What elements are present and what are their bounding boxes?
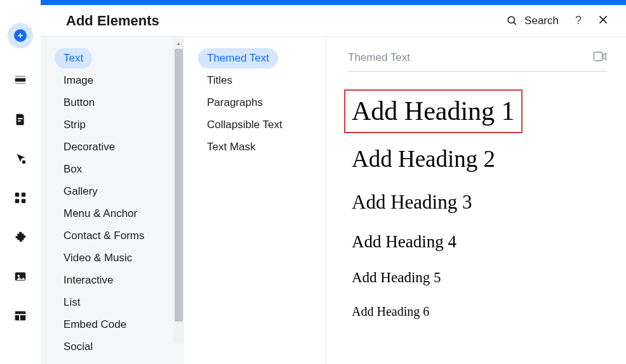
category-social[interactable]: Social [55, 337, 102, 357]
video-tutorial-button[interactable] [593, 51, 607, 65]
preview-column: Themed Text Add Heading 1 Add Heading 2 … [326, 37, 626, 364]
plugin-icon[interactable] [13, 230, 28, 245]
panel-title: Add Elements [66, 13, 159, 29]
category-column: ▴ Text Image Button Strip Decorative Box… [41, 37, 184, 364]
subcategory-titles[interactable]: Titles [198, 70, 241, 91]
panel-body: ▴ Text Image Button Strip Decorative Box… [41, 36, 626, 364]
svg-rect-4 [18, 120, 21, 122]
svg-rect-1 [15, 76, 26, 77]
svg-point-5 [22, 160, 26, 164]
category-list[interactable]: List [55, 292, 89, 313]
search-button[interactable]: Search [506, 15, 559, 27]
category-contact-forms[interactable]: Contact & Forms [55, 226, 154, 246]
heading-6-preview[interactable]: Add Heading 6 [348, 302, 433, 321]
heading-5-preview[interactable]: Add Heading 5 [348, 268, 445, 289]
subcategory-text-mask[interactable]: Text Mask [198, 137, 265, 157]
section-icon[interactable] [13, 72, 28, 88]
heading-4-preview[interactable]: Add Heading 4 [348, 230, 460, 254]
category-decorative[interactable]: Decorative [55, 137, 124, 157]
top-accent-bar [41, 0, 626, 5]
layout-icon[interactable] [13, 308, 28, 323]
svg-rect-20 [594, 52, 603, 61]
category-strip[interactable]: Strip [55, 115, 95, 135]
left-rail: + [0, 0, 41, 364]
subcategory-paragraphs[interactable]: Paragraphs [198, 93, 272, 113]
scrollbar-arrow-up-icon[interactable]: ▴ [173, 39, 184, 48]
svg-line-17 [514, 22, 516, 25]
subcategory-collapsible-text[interactable]: Collapsible Text [198, 115, 291, 135]
preview-title: Themed Text [348, 51, 410, 64]
video-icon [593, 51, 607, 62]
heading-1-preview[interactable]: Add Heading 1 [348, 93, 519, 129]
category-image[interactable]: Image [55, 70, 102, 91]
close-icon [598, 15, 608, 25]
design-icon[interactable] [13, 151, 28, 166]
svg-rect-13 [15, 311, 26, 315]
heading-3-preview[interactable]: Add Heading 3 [348, 189, 476, 216]
svg-rect-2 [15, 83, 26, 84]
search-icon [506, 15, 518, 27]
svg-rect-9 [22, 199, 25, 203]
apps-icon[interactable] [13, 190, 28, 205]
category-text[interactable]: Text [55, 48, 92, 68]
category-box[interactable]: Box [55, 159, 91, 179]
svg-rect-6 [15, 193, 19, 197]
add-elements-panel: Add Elements Search ? ▴ Text Image Butto… [41, 5, 626, 364]
svg-point-11 [17, 275, 20, 277]
category-gallery[interactable]: Gallery [55, 181, 107, 202]
svg-rect-8 [15, 199, 19, 203]
scrollbar-track[interactable]: ▴ [173, 39, 184, 343]
category-menu-anchor[interactable]: Menu & Anchor [55, 204, 146, 224]
category-video-music[interactable]: Video & Music [55, 248, 141, 268]
svg-rect-0 [15, 78, 26, 82]
preview-header: Themed Text [348, 51, 607, 72]
subcategory-themed-text[interactable]: Themed Text [198, 48, 278, 68]
plus-icon: + [14, 29, 27, 42]
close-button[interactable] [598, 15, 608, 27]
media-icon[interactable] [13, 269, 28, 284]
search-label: Search [524, 15, 559, 27]
category-button[interactable]: Button [55, 93, 103, 113]
category-interactive[interactable]: Interactive [55, 270, 122, 290]
heading-2-preview[interactable]: Add Heading 2 [348, 143, 499, 175]
help-button[interactable]: ? [575, 14, 582, 27]
svg-rect-7 [22, 193, 25, 197]
add-button[interactable]: + [8, 23, 33, 48]
svg-rect-3 [18, 118, 22, 119]
category-embed-code[interactable]: Embed Code [55, 315, 135, 335]
header-actions: Search ? [506, 14, 608, 27]
panel-header: Add Elements Search ? [41, 5, 626, 36]
subcategory-column: Themed Text Titles Paragraphs Collapsibl… [184, 37, 326, 364]
scrollbar-thumb[interactable] [175, 49, 183, 322]
svg-point-16 [508, 16, 514, 23]
page-icon[interactable] [13, 112, 28, 127]
